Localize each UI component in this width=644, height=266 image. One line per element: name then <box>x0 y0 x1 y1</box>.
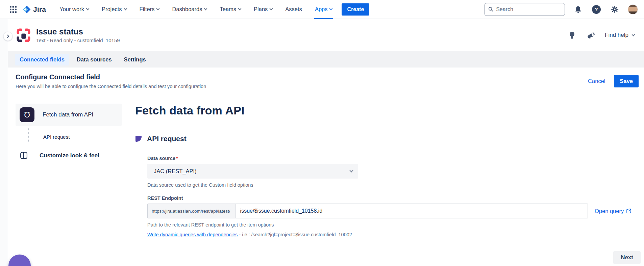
nav-item-assets[interactable]: Assets <box>285 0 302 19</box>
expand-sidebar-button[interactable] <box>3 32 13 41</box>
tab-strip: Connected fields Data sources Settings <box>8 51 644 68</box>
main-heading: Fetch data from API <box>135 104 644 117</box>
dynamic-queries-line: Write dynamic queries with dependencies … <box>147 232 644 237</box>
jira-logo[interactable]: Jira <box>22 5 46 14</box>
jira-logo-icon <box>22 5 31 14</box>
configure-header: Configure Connected field Here you will … <box>8 68 644 95</box>
nav-item-apps[interactable]: Apps <box>315 0 332 19</box>
data-source-select[interactable]: JAC (REST_API) <box>147 164 358 179</box>
layout-icon <box>20 151 28 160</box>
substep-api-request[interactable]: API request <box>43 131 70 142</box>
chevron-down-icon <box>349 168 353 172</box>
page-subtitle: Text - Read only - customfield_10159 <box>36 37 120 43</box>
page-header: Issue status Text - Read only - customfi… <box>8 19 644 51</box>
chevron-down-icon <box>238 7 242 10</box>
chevron-down-icon <box>204 7 207 10</box>
data-source-label: Data source* <box>147 156 644 161</box>
nav-item-plans[interactable]: Plans <box>254 0 272 19</box>
chevron-down-icon <box>86 7 89 10</box>
search-input[interactable] <box>496 6 561 12</box>
open-query-link[interactable]: Open query <box>595 208 631 214</box>
page-title: Issue status <box>36 27 120 36</box>
megaphone-feedback-icon[interactable] <box>586 30 596 40</box>
next-button[interactable]: Next <box>613 251 641 264</box>
save-button[interactable]: Save <box>614 75 639 87</box>
chevron-right-icon <box>6 35 9 38</box>
tab-data-sources[interactable]: Data sources <box>72 54 117 65</box>
dynamic-queries-example: - i.e.: /search?jql=project=$issue.custo… <box>238 232 352 237</box>
wizard-steps: ℧ Fetch data from API API request Custom… <box>16 104 122 160</box>
nav-item-your-work[interactable]: Your work <box>59 0 89 19</box>
step-fetch-data-from-api[interactable]: ℧ Fetch data from API <box>16 104 122 126</box>
jira-logo-text: Jira <box>33 5 46 14</box>
nav-item-filters[interactable]: Filters <box>140 0 159 19</box>
nav-item-teams[interactable]: Teams <box>220 0 241 19</box>
settings-gear-icon[interactable] <box>610 4 620 15</box>
required-asterisk: * <box>176 156 178 161</box>
collapsed-sidebar-rail <box>0 19 8 266</box>
user-avatar[interactable] <box>628 4 638 15</box>
section-title: API request <box>147 135 187 143</box>
grid-icon <box>9 6 17 13</box>
app-switcher-icon[interactable] <box>7 4 19 15</box>
notifications-bell-icon[interactable] <box>573 4 583 15</box>
chevron-down-icon <box>329 7 333 10</box>
chevron-down-icon <box>270 7 273 10</box>
step-connector-dotted-line <box>28 128 29 142</box>
top-navigation: Jira Your work Projects Filters Dashboar… <box>0 0 644 19</box>
endpoint-url-prefix: https://jira.atlassian.com/rest/api/late… <box>148 204 236 218</box>
rest-endpoint-label: REST Endpoint <box>147 195 644 201</box>
dynamic-queries-link[interactable]: Write dynamic queries with dependencies <box>147 232 238 237</box>
section-marker-icon <box>135 136 142 142</box>
cancel-button[interactable]: Cancel <box>588 78 605 84</box>
endpoint-path-input[interactable] <box>236 204 588 218</box>
content-area: ℧ Fetch data from API API request Custom… <box>8 95 644 266</box>
configure-title: Configure Connected field <box>16 73 206 81</box>
fetch-api-icon: ℧ <box>20 107 34 122</box>
rest-endpoint-helper: Path to the relevant REST endpoint to ge… <box>147 222 644 228</box>
external-link-icon <box>626 208 631 214</box>
configure-subtitle: Here you will be able to configure the C… <box>16 84 206 89</box>
nav-right-cluster: ? <box>485 3 638 16</box>
chevron-down-icon <box>156 7 160 10</box>
rest-endpoint-field: https://jira.atlassian.com/rest/api/late… <box>147 204 588 218</box>
tab-connected-fields[interactable]: Connected fields <box>15 54 69 65</box>
step-label: Customize look & feel <box>40 152 99 159</box>
global-search[interactable] <box>485 3 565 16</box>
step-customize-look-feel[interactable]: Customize look & feel <box>20 151 122 160</box>
step-label: Fetch data from API <box>43 111 93 118</box>
search-icon <box>488 6 493 12</box>
nav-item-projects[interactable]: Projects <box>102 0 127 19</box>
nav-item-dashboards[interactable]: Dashboards <box>172 0 207 19</box>
nav-menu: Your work Projects Filters Dashboards Te… <box>59 0 332 19</box>
chevron-down-icon <box>124 7 127 10</box>
issue-status-app-icon <box>16 28 31 43</box>
chevron-down-icon <box>632 33 635 36</box>
find-help-dropdown[interactable]: Find help <box>605 32 635 38</box>
tab-settings[interactable]: Settings <box>119 54 151 65</box>
main-panel: Fetch data from API API request Data sou… <box>135 95 644 237</box>
create-button[interactable]: Create <box>342 3 369 16</box>
help-icon[interactable]: ? <box>591 4 601 15</box>
lightbulb-icon[interactable] <box>567 30 577 40</box>
data-source-helper: Data source used to get the Custom field… <box>147 182 644 188</box>
data-source-value: JAC (REST_API) <box>154 168 197 175</box>
